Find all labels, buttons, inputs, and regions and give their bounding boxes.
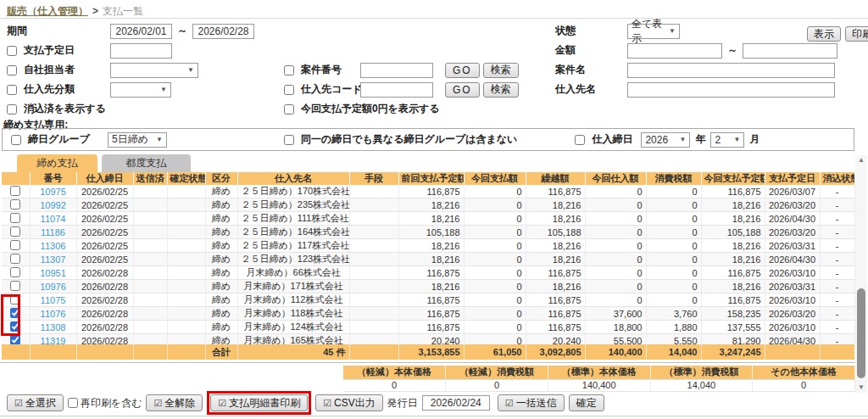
row-checkbox[interactable] xyxy=(10,254,20,264)
chevron-down-icon: ▼ xyxy=(160,86,167,93)
row-confirm-state xyxy=(167,226,205,239)
closing-group-checkbox[interactable] xyxy=(11,135,21,145)
supplier-category-label: 仕入先分類 xyxy=(24,82,75,97)
row-number-link[interactable]: 11074 xyxy=(41,214,66,224)
row-clear-status: - xyxy=(820,185,854,198)
show-cleared-checkbox[interactable] xyxy=(7,104,17,115)
closing-group-select[interactable]: 5日締め▼ xyxy=(108,132,167,148)
row-checkbox[interactable] xyxy=(10,321,20,332)
row-number-link[interactable]: 10992 xyxy=(40,200,66,210)
row-checkbox[interactable] xyxy=(10,267,20,277)
breadcrumb-link-purchase-mgmt[interactable]: 販売（仕入管理） xyxy=(7,5,88,17)
own-staff-select[interactable]: ▼ xyxy=(110,63,198,78)
month-suffix-label: 月 xyxy=(749,132,760,147)
supplier-code-input[interactable] xyxy=(360,82,433,98)
row-clear-status: - xyxy=(820,198,854,212)
row-checkbox[interactable] xyxy=(10,226,20,237)
supplier-name-input[interactable] xyxy=(627,82,835,98)
checkbox-action-icon: ☑ xyxy=(218,398,226,409)
scrollbar-thumb[interactable] xyxy=(857,288,865,378)
payment-table-body: 10975 2026/02/25 締め ２５日締め）170株式会社 116,87… xyxy=(2,185,854,348)
col-method: 手段 xyxy=(349,172,398,185)
row-checkbox[interactable] xyxy=(10,294,20,304)
row-sent xyxy=(133,198,167,212)
row-number-link[interactable]: 11306 xyxy=(41,241,66,251)
supplier-code-search-button[interactable]: 検索 xyxy=(483,82,519,98)
row-number-link[interactable]: 11307 xyxy=(41,254,66,265)
row-current-purchase: 0 xyxy=(585,253,646,266)
supplier-code-label: 仕入先コード xyxy=(301,82,363,97)
confirm-button[interactable]: 確定 xyxy=(569,394,604,411)
supplier-category-checkbox[interactable] xyxy=(7,85,17,95)
summary-val-standard-base: 140,400 xyxy=(548,379,650,391)
case-number-checkbox[interactable] xyxy=(284,65,294,75)
row-clear-status: - xyxy=(820,280,854,293)
row-carryover: 105,188 xyxy=(526,226,585,239)
row-checkbox[interactable] xyxy=(10,199,20,210)
payment-due-checkbox[interactable] xyxy=(7,46,17,56)
amount-from-input[interactable] xyxy=(627,43,722,59)
row-checkbox[interactable] xyxy=(10,335,20,345)
own-staff-checkbox[interactable] xyxy=(7,65,17,75)
same-closing-day-checkbox[interactable] xyxy=(284,135,294,145)
supplier-code-checkbox[interactable] xyxy=(284,85,294,95)
scroll-up-icon[interactable]: ▲ xyxy=(855,155,867,165)
display-button[interactable]: 表示 xyxy=(807,26,841,42)
col-pay-date: 支払予定日 xyxy=(765,172,820,185)
tab-each-time-payment[interactable]: 都度支払 xyxy=(102,154,191,172)
row-number-link[interactable]: 10976 xyxy=(40,282,66,292)
row-carryover: 18,216 xyxy=(526,239,585,253)
totals-row: 合計 45 件 3,153,855 61,050 3,092,805 140,4… xyxy=(2,344,855,360)
case-name-row: 案件名 xyxy=(555,60,837,80)
show-zero-checkbox[interactable] xyxy=(284,104,294,115)
closing-month-select[interactable]: 2▼ xyxy=(710,132,744,148)
case-number-go-button[interactable]: GO xyxy=(445,63,480,78)
purchase-closing-checkbox[interactable] xyxy=(575,135,585,145)
total-current-purchase: 140,400 xyxy=(585,344,646,360)
row-checkbox[interactable] xyxy=(10,308,20,318)
print-button[interactable]: 印刷 xyxy=(845,26,868,42)
row-kubun: 締め xyxy=(205,253,237,266)
select-all-button[interactable]: ☑全選択 xyxy=(7,394,64,411)
row-number-link[interactable]: 11308 xyxy=(41,322,66,332)
supplier-category-select[interactable]: ▼ xyxy=(110,82,171,98)
payment-due-input[interactable] xyxy=(110,43,172,59)
scroll-down-icon[interactable]: ▼ xyxy=(855,383,867,393)
tab-closing-payment[interactable]: 締め支払 xyxy=(17,154,97,172)
row-checkbox[interactable] xyxy=(10,213,20,223)
amount-to-input[interactable] xyxy=(743,43,837,59)
csv-export-button[interactable]: ☑CSV出力 xyxy=(315,394,383,411)
row-number-link[interactable]: 11076 xyxy=(41,309,66,319)
case-name-input[interactable] xyxy=(627,63,835,78)
case-name-label: 案件名 xyxy=(555,64,586,75)
row-number-link[interactable]: 11186 xyxy=(41,227,65,237)
row-current-purchase: 18,800 xyxy=(585,321,646,334)
row-current-paid: 0 xyxy=(464,212,526,226)
case-number-input[interactable] xyxy=(360,63,433,78)
deselect-all-button[interactable]: ☑全解除 xyxy=(146,394,203,411)
show-zero-label: 今回支払予定額0円を表示する xyxy=(301,102,440,116)
include-reprint-checkbox[interactable] xyxy=(68,398,78,408)
show-zero-row: 今回支払予定額0円を表示する xyxy=(284,99,519,119)
panel-divider xyxy=(0,362,856,363)
row-number-link[interactable]: 10975 xyxy=(40,187,66,197)
row-sent xyxy=(133,321,167,334)
row-number-link[interactable]: 11075 xyxy=(41,295,66,305)
row-closing-date: 2026/02/25 xyxy=(76,185,133,198)
period-to-input[interactable] xyxy=(192,24,254,39)
row-prev-scheduled: 105,188 xyxy=(398,226,464,239)
row-checkbox[interactable] xyxy=(10,281,20,291)
issue-date-input[interactable] xyxy=(422,395,490,411)
case-number-search-button[interactable]: 検索 xyxy=(483,63,519,78)
row-number-link[interactable]: 10951 xyxy=(40,268,66,278)
include-reprint-group: 再印刷を含む xyxy=(68,396,142,411)
supplier-code-go-button[interactable]: GO xyxy=(445,82,480,98)
row-checkbox[interactable] xyxy=(10,240,20,250)
period-from-input[interactable] xyxy=(110,24,172,39)
status-select[interactable]: 全て表示▼ xyxy=(627,24,680,39)
vertical-scrollbar[interactable]: ▲ ▼ xyxy=(855,155,867,393)
closing-year-select[interactable]: 2026▼ xyxy=(641,132,690,148)
batch-send-button[interactable]: ☑一括送信 xyxy=(498,394,565,411)
print-payment-statement-button[interactable]: ☑支払明細書印刷 xyxy=(210,394,308,411)
row-checkbox[interactable] xyxy=(10,186,20,196)
